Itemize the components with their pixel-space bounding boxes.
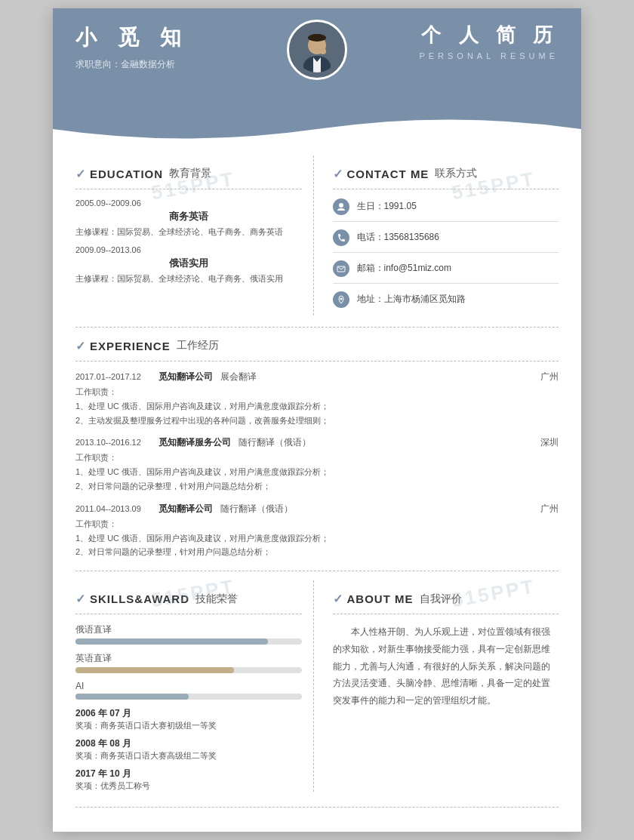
skill-name-1: 俄语直译 xyxy=(75,623,302,636)
award-date-2: 2008 年 08 月 xyxy=(75,737,302,750)
skills-header: ✓ SKILLS&AWARD 技能荣誉 xyxy=(75,592,302,606)
about-header: ✓ ABOUT ME 自我评价 xyxy=(333,592,559,606)
award-date-1: 2006 年 07 月 xyxy=(75,707,302,720)
experience-section: ✓ EXPERIENCE 工作经历 2017.01--2017.12 觅知翻译公… xyxy=(75,339,559,559)
mid-divider-1 xyxy=(75,327,559,328)
skills-title-en: SKILLS&AWARD xyxy=(90,592,189,605)
bottom-divider xyxy=(75,807,559,808)
exp-duties-label-2: 工作职责： xyxy=(75,452,559,463)
contact-birthday: 生日：1991.05 xyxy=(333,198,559,222)
exp-duty-2-0: 1、处理 UC 俄语、国际用户咨询及建议，对用户满意度做跟踪分析； xyxy=(75,465,559,479)
main-content: ✓ EDUCATION 教育背景 2005.09--2009.06 商务英语 主… xyxy=(53,144,581,832)
about-divider xyxy=(333,614,559,614)
birthday-icon xyxy=(333,198,349,215)
experience-title-cn: 工作经历 xyxy=(177,339,219,352)
exp-duties-label-1: 工作职责： xyxy=(75,386,559,398)
svg-point-10 xyxy=(340,297,342,300)
resume-title-en: PERSONAL RESUME xyxy=(419,51,559,60)
exp-role-2: 随行翻译（俄语） xyxy=(239,436,311,449)
top-section: ✓ EDUCATION 教育背景 2005.09--2009.06 商务英语 主… xyxy=(75,155,559,315)
phone-text: 电话：13568135686 xyxy=(357,231,439,244)
experience-divider xyxy=(75,361,559,362)
resume-document: 小 觅 知 求职意向：金融数据分析 个 人 简 历 PERSONAL RESUM… xyxy=(53,8,581,832)
address-icon xyxy=(333,291,349,308)
edu-detail-2: 主修课程：国际贸易、全球经济论、电子商务、俄语实用 xyxy=(75,272,302,286)
exp-duty-3-0: 1、处理 UC 俄语、国际用户咨询及建议，对用户满意度做跟踪分析； xyxy=(75,531,559,546)
exp-role-3: 随行翻译（俄语） xyxy=(220,503,293,515)
edu-period-2: 2009.09--2013.06 xyxy=(75,245,302,254)
exp-duty-1-1: 2、主动发掘及整理服务过程中出现的各种问题，改善服务处理细则； xyxy=(75,414,559,428)
exp-city-2: 深圳 xyxy=(540,436,559,449)
skills-check: ✓ xyxy=(75,592,85,606)
exp-item-1: 2017.01--2017.12 觅知翻译公司 展会翻译 广州 xyxy=(75,371,559,383)
bottom-section: ✓ SKILLS&AWARD 技能荣誉 俄语直译 英语直译 AI xyxy=(75,580,559,792)
exp-duty-1-0: 1、处理 UC 俄语、国际用户咨询及建议，对用户满意度做跟踪分析； xyxy=(75,399,559,414)
contact-address: 地址：上海市杨浦区觅知路 xyxy=(333,291,559,308)
exp-duties-label-3: 工作职责： xyxy=(75,518,559,530)
exp-duty-2-1: 2、对日常问题的记录整理，针对用户问题总结分析； xyxy=(75,479,559,494)
exp-item-2: 2013.10--2016.12 觅知翻译服务公司 随行翻译（俄语） 深圳 xyxy=(75,436,559,449)
about-title-cn: 自我评价 xyxy=(420,592,462,606)
edu-detail-1: 主修课程：国际贸易、全球经济论、电子商务、商务英语 xyxy=(75,226,302,239)
job-intent: 求职意向：金融数据分析 xyxy=(75,58,189,71)
skill-name-3: AI xyxy=(75,681,302,691)
about-title-en: ABOUT ME xyxy=(347,592,414,605)
education-title-en: EDUCATION xyxy=(90,168,163,180)
email-text: 邮箱：info@51miz.com xyxy=(357,262,452,275)
education-divider xyxy=(75,189,302,189)
exp-company-3: 觅知翻译公司 xyxy=(158,503,213,515)
exp-city-1: 广州 xyxy=(540,371,559,383)
exp-role-1: 展会翻译 xyxy=(220,371,257,383)
exp-company-1: 觅知翻译公司 xyxy=(158,371,213,383)
education-header: ✓ EDUCATION 教育背景 xyxy=(75,167,302,181)
email-icon xyxy=(333,260,349,277)
skill-name-2: 英语直译 xyxy=(75,652,302,665)
skills-divider xyxy=(75,614,302,614)
edu-school-1: 商务英语 xyxy=(75,210,302,223)
experience-check: ✓ xyxy=(75,339,85,353)
exp-item-3: 2011.04--2013.09 觅知翻译公司 随行翻译（俄语） 广州 xyxy=(75,503,559,515)
award-date-3: 2017 年 10 月 xyxy=(75,768,302,780)
exp-company-2: 觅知翻译服务公司 xyxy=(158,436,231,449)
skill-bar-fill-1 xyxy=(75,638,268,645)
about-check: ✓ xyxy=(333,592,343,606)
applicant-name: 小 觅 知 xyxy=(75,23,189,52)
award-text-3: 奖项：优秀员工称号 xyxy=(75,780,302,792)
award-text-1: 奖项：商务英语口语大赛初级组一等奖 xyxy=(75,720,302,731)
contact-check: ✓ xyxy=(333,167,343,181)
address-text: 地址：上海市杨浦区觅知路 xyxy=(357,293,466,306)
wave-svg xyxy=(53,106,581,144)
exp-city-3: 广州 xyxy=(540,503,559,515)
skill-bar-bg-2 xyxy=(75,667,302,673)
contact-divider xyxy=(333,189,559,189)
skills-title-cn: 技能荣誉 xyxy=(195,592,238,606)
education-section: ✓ EDUCATION 教育背景 2005.09--2009.06 商务英语 主… xyxy=(75,155,314,315)
exp-duty-3-1: 2、对日常问题的记录整理，针对用户问题总结分析； xyxy=(75,545,559,559)
header-wave xyxy=(53,106,581,144)
education-check: ✓ xyxy=(75,167,85,181)
skill-bar-fill-2 xyxy=(75,667,234,673)
education-title-cn: 教育背景 xyxy=(169,167,211,180)
header-left: 小 觅 知 求职意向：金融数据分析 xyxy=(75,23,189,71)
exp-period-1: 2017.01--2017.12 xyxy=(75,372,151,381)
exp-period-2: 2013.10--2016.12 xyxy=(75,438,151,447)
skill-bar-fill-3 xyxy=(75,694,189,700)
svg-point-7 xyxy=(320,48,326,54)
experience-header: ✓ EXPERIENCE 工作经历 xyxy=(75,339,559,353)
resume-title-cn: 个 人 简 历 xyxy=(419,22,559,48)
phone-icon xyxy=(333,229,349,246)
contact-phone: 电话：13568135686 xyxy=(333,229,559,253)
skill-bar-bg-3 xyxy=(75,694,302,700)
header-section: 小 觅 知 求职意向：金融数据分析 个 人 简 历 PERSONAL RESUM… xyxy=(53,8,581,106)
award-text-2: 奖项：商务英语口语大赛高级组二等奖 xyxy=(75,750,302,762)
svg-point-8 xyxy=(339,203,343,208)
skills-section: ✓ SKILLS&AWARD 技能荣誉 俄语直译 英语直译 AI xyxy=(75,580,314,792)
experience-title-en: EXPERIENCE xyxy=(90,340,171,352)
skill-bar-bg-1 xyxy=(75,638,302,645)
edu-period-1: 2005.09--2009.06 xyxy=(75,198,302,208)
contact-section: ✓ CONTACT ME 联系方式 生日：1991.05 电话：13568135… xyxy=(329,155,559,315)
about-text: 本人性格开朗、为人乐观上进，对位置领域有很强的求知欲，对新生事物接受能力强，具有… xyxy=(333,623,559,709)
contact-header: ✓ CONTACT ME 联系方式 xyxy=(333,167,559,181)
about-section: ✓ ABOUT ME 自我评价 本人性格开朗、为人乐观上进，对位置领域有很强的求… xyxy=(329,580,559,792)
header-right: 个 人 简 历 PERSONAL RESUME xyxy=(419,22,559,60)
